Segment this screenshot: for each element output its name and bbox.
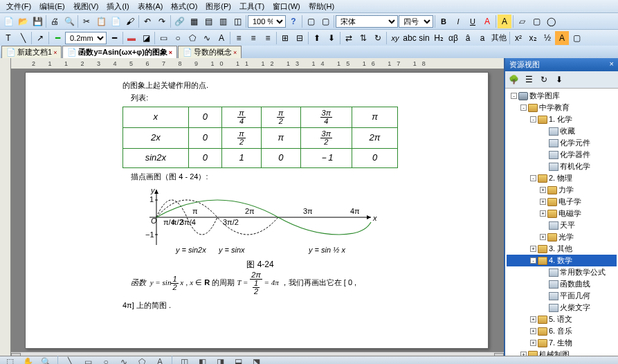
menu-item[interactable]: 帮助(H) (305, 1, 338, 12)
grid-button[interactable]: ▤ (201, 15, 215, 28)
tree-toggle[interactable]: - (530, 257, 536, 264)
document-tab[interactable]: 📄导数的概念× (178, 46, 242, 58)
tree-toggle[interactable]: - (530, 175, 536, 181)
s5-tool[interactable]: ⬔ (249, 355, 263, 365)
preview-button[interactable]: 🔍 (62, 15, 76, 28)
help-button[interactable]: ? (287, 15, 300, 28)
document-tab[interactable]: 📄新建文档1× (1, 46, 62, 58)
copy-button[interactable]: 📋 (94, 15, 108, 28)
scurve-tool[interactable]: ∿ (117, 355, 131, 365)
flip-v-button[interactable]: ⇅ (356, 31, 370, 45)
s3-tool[interactable]: ◨ (213, 355, 227, 365)
menu-item[interactable]: 表格(A) (134, 1, 167, 12)
redo-button[interactable]: ↷ (155, 15, 169, 28)
tree-toggle[interactable]: + (530, 246, 536, 252)
page[interactable]: 的图象上起关键作用的点. 列表: x0π4π23π4π2x0π2π3π22πsi… (25, 72, 489, 349)
eq-xy-button[interactable]: xy (388, 31, 402, 45)
menu-item[interactable]: 图形(P) (202, 1, 235, 12)
tree-toggle[interactable]: + (530, 340, 536, 346)
tree-item[interactable]: +7. 生物 (507, 337, 617, 349)
tree-item[interactable]: 函数曲线 (507, 278, 617, 290)
close-tab-icon[interactable]: × (53, 49, 57, 56)
horizontal-scrollbar[interactable] (11, 352, 504, 356)
tree-toggle[interactable]: + (540, 187, 546, 193)
refresh-button[interactable]: ↻ (537, 73, 551, 87)
tree-item[interactable]: +电磁学 (507, 208, 617, 219)
tree-item[interactable]: 化学器件 (507, 149, 617, 161)
text-box-tool[interactable]: A (215, 31, 228, 45)
tree-item[interactable]: -2. 物理 (507, 172, 617, 184)
frac-button[interactable]: ½ (540, 31, 554, 45)
line-color-button[interactable]: ━ (51, 31, 64, 45)
link-button[interactable]: 🔗 (172, 15, 186, 28)
tree-toggle[interactable]: + (540, 199, 546, 205)
tree-item[interactable]: 火柴文字 (507, 302, 617, 313)
form-button[interactable]: ▥ (216, 15, 230, 28)
tree-item[interactable]: -中学教育 (507, 102, 617, 113)
s2-tool[interactable]: ◧ (195, 355, 209, 365)
document-tab[interactable]: 📄函数y=Asin(ωx+φ)的图象× (62, 46, 177, 58)
curve-tool[interactable]: ∿ (200, 31, 214, 45)
eq-sin-button[interactable]: sin (417, 31, 431, 45)
font-combo[interactable]: 宋体 (336, 15, 398, 28)
menu-item[interactable]: 窗口(W) (269, 1, 304, 12)
shape3-button[interactable]: ◯ (544, 15, 558, 28)
tree-item[interactable]: -4. 数学 (507, 255, 617, 266)
list-view-button[interactable]: ☰ (522, 73, 536, 87)
menu-item[interactable]: 格式(O) (167, 1, 201, 12)
cut-button[interactable]: ✂ (80, 15, 93, 28)
hand-tool[interactable]: ✋ (21, 355, 35, 365)
close-tab-icon[interactable]: × (169, 49, 172, 56)
sub-button[interactable]: x₂ (526, 31, 540, 45)
highlight-button[interactable]: A (498, 15, 511, 28)
other-label[interactable]: 其他 (490, 33, 508, 43)
object-button[interactable]: ◫ (230, 15, 244, 28)
tree-item[interactable]: 收藏 (507, 125, 617, 137)
ungroup-button[interactable]: ⊟ (293, 31, 307, 45)
back-button[interactable]: ⬇ (325, 31, 338, 45)
hl-a-button[interactable]: A (555, 31, 569, 45)
paste-button[interactable]: 📄 (109, 15, 122, 28)
math-b-button[interactable]: ▢ (318, 15, 332, 28)
circle-tool[interactable]: ○ (171, 31, 185, 45)
menu-item[interactable]: 视图(V) (70, 1, 102, 12)
fill-button[interactable]: ▬ (125, 31, 138, 45)
tree-item[interactable]: 常用数学公式 (507, 266, 617, 278)
font-color-button[interactable]: A (480, 15, 494, 28)
shape2-button[interactable]: ▢ (529, 15, 543, 28)
line-style-button[interactable]: ━ (107, 31, 121, 45)
menu-item[interactable]: 文件(F) (3, 1, 35, 12)
line-width-combo[interactable]: 0.2mm (65, 32, 107, 44)
tree-toggle[interactable]: + (520, 352, 527, 356)
align-l-button[interactable]: ≡ (232, 31, 246, 45)
tree-item[interactable]: +光学 (507, 231, 617, 243)
size-combo[interactable]: 四号 (399, 15, 433, 28)
group-button[interactable]: ⊞ (278, 31, 292, 45)
tree-view-button[interactable]: 🌳 (507, 73, 520, 87)
tree-toggle[interactable]: + (530, 328, 536, 334)
shadow-button[interactable]: ◪ (139, 31, 153, 45)
italic-button[interactable]: I (451, 15, 465, 28)
eq-alpha-button[interactable]: αβ (446, 31, 460, 45)
s4-tool[interactable]: ⬓ (231, 355, 245, 365)
math-a-button[interactable]: ▢ (304, 15, 318, 28)
import-button[interactable]: ⬇ (552, 73, 566, 87)
align-r-button[interactable]: ≡ (261, 31, 275, 45)
zoom-tool[interactable]: 🔍 (39, 355, 53, 365)
front-button[interactable]: ⬆ (310, 31, 324, 45)
close-tab-icon[interactable]: × (233, 49, 237, 56)
align-c-button[interactable]: ≡ (246, 31, 260, 45)
tree-item[interactable]: +3. 其他 (507, 243, 617, 255)
zoom-combo[interactable]: 100 % (248, 15, 286, 28)
rotate-button[interactable]: ↻ (371, 31, 385, 45)
tree-item[interactable]: 平面几何 (507, 290, 617, 302)
eq-h2-button[interactable]: H₂ (432, 31, 446, 45)
sline-tool[interactable]: ╲ (63, 355, 77, 365)
tree-toggle[interactable]: + (540, 210, 546, 217)
eq-a-button[interactable]: â (461, 31, 475, 45)
sup-button[interactable]: x² (511, 31, 525, 45)
underline-button[interactable]: U (466, 15, 480, 28)
eq-a2-button[interactable]: a (475, 31, 489, 45)
tree-item[interactable]: +力学 (507, 184, 617, 196)
close-icon[interactable]: × (610, 60, 614, 70)
